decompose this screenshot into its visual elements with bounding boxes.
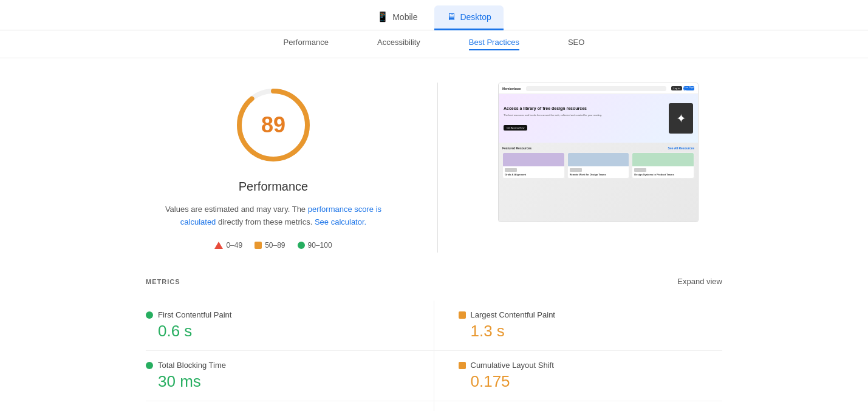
metric-lcp-name: Largest Contentful Paint (471, 310, 555, 319)
metrics-header: METRICS Expand view (146, 277, 722, 291)
metric-tbt-name: Total Blocking Time (158, 361, 226, 370)
metrics-grid: First Contentful Paint 0.6 s Largest Con… (146, 301, 722, 411)
screenshot-card-1: Grids & Alignment (502, 152, 565, 178)
legend-red-label: 0–49 (226, 241, 242, 250)
screenshot-card-2-text: Remote Work for Design Teams (570, 173, 627, 176)
screenshot-hero-btn: Get Access Now (504, 125, 527, 131)
screenshot-card-1-body: Grids & Alignment (503, 166, 564, 178)
metric-cls-dot (459, 362, 466, 369)
metric-cls-value: 0.175 (459, 372, 723, 391)
category-nav: Performance Accessibility Best Practices… (0, 30, 868, 58)
metric-cls-name-row: Cumulative Layout Shift (459, 361, 723, 370)
metric-lcp-dot (459, 311, 466, 319)
screenshot-searchbar (526, 86, 666, 91)
metric-tbt-dot (146, 362, 153, 369)
metrics-title: METRICS (146, 278, 180, 285)
screenshot-card-3-body: Design Systems in Product Teams (632, 166, 694, 178)
screenshot-hero-desc: The best resources and books from around… (504, 114, 664, 117)
metric-tbt-value: 30 ms (146, 372, 409, 391)
tab-desktop[interactable]: 🖥 Desktop (434, 5, 503, 30)
metric-fcp-name-row: First Contentful Paint (146, 310, 409, 319)
main-content: 89 Performance Values are estimated and … (0, 58, 868, 277)
metric-fcp: First Contentful Paint 0.6 s (146, 301, 434, 351)
legend-orange-icon (255, 242, 262, 249)
screenshot-cards: Grids & Alignment Remote Work for Design… (502, 152, 694, 178)
legend-orange-label: 50–89 (265, 241, 285, 250)
screenshot-logo: Memberbase (502, 87, 521, 90)
calculator-link[interactable]: See calculator. (315, 217, 366, 226)
expand-view-button[interactable]: Expand view (677, 277, 722, 286)
screenshot-section: Memberbase Log in Free Sign Up Access a … (474, 83, 722, 222)
metric-lcp-value: 1.3 s (459, 322, 723, 341)
legend-needs-improvement: 50–89 (255, 241, 285, 250)
section-divider (437, 83, 438, 253)
screenshot-card-1-logo (505, 168, 517, 172)
screenshot-hero-title: Access a library of free design resource… (504, 106, 664, 111)
screenshot-card-2: Remote Work for Design Teams (567, 152, 630, 178)
score-section: 89 Performance Values are estimated and … (146, 83, 401, 250)
score-label: Performance (239, 180, 309, 194)
metric-lcp: Largest Contentful Paint 1.3 s (434, 301, 723, 351)
screenshot-card-3-img (632, 153, 694, 166)
metric-tbt: Total Blocking Time 30 ms (146, 351, 434, 401)
legend-fail: 0–49 (214, 241, 242, 250)
screenshot-card-2-img (568, 153, 629, 166)
tab-mobile[interactable]: 📱 Mobile (364, 5, 429, 30)
metrics-section: METRICS Expand view First Contentful Pai… (0, 277, 868, 411)
screenshot-signup-btn: Free Sign Up (683, 86, 694, 90)
metric-tbt-name-row: Total Blocking Time (146, 361, 409, 370)
metric-si: Speed Index 0.9 s (146, 401, 434, 411)
legend-pass: 90–100 (298, 241, 332, 250)
screenshot-hero-image: ✦ (669, 103, 693, 134)
screenshot-nav: Memberbase Log in Free Sign Up (499, 83, 698, 94)
metric-cls: Cumulative Layout Shift 0.175 (434, 351, 723, 401)
screenshot-card-3-text: Design Systems in Product Teams (634, 173, 692, 176)
nav-accessibility[interactable]: Accessibility (377, 38, 420, 50)
mobile-icon: 📱 (377, 11, 389, 22)
tab-mobile-label: Mobile (392, 12, 417, 22)
legend-red-icon (214, 242, 223, 249)
screenshot-hero: Access a library of free design resource… (499, 94, 698, 143)
metric-fcp-name: First Contentful Paint (158, 310, 231, 319)
metric-lcp-name-row: Largest Contentful Paint (459, 310, 723, 319)
nav-seo[interactable]: SEO (568, 38, 584, 50)
screenshot-card-1-text: Grids & Alignment (505, 173, 562, 176)
metric-cls-name: Cumulative Layout Shift (471, 361, 554, 370)
screenshot-card-3: Design Systems in Product Teams (632, 152, 694, 178)
device-tabs: 📱 Mobile 🖥 Desktop (0, 0, 868, 30)
screenshot-hero-text: Access a library of free design resource… (504, 106, 664, 131)
score-description: Values are estimated and may vary. The p… (158, 203, 389, 229)
metric-fcp-value: 0.6 s (146, 322, 409, 341)
nav-best-practices[interactable]: Best Practices (469, 38, 519, 50)
legend-green-label: 90–100 (308, 241, 332, 250)
score-value: 89 (261, 112, 285, 138)
legend-green-icon (298, 242, 305, 249)
screenshot-card-2-body: Remote Work for Design Teams (568, 166, 629, 178)
screenshot-section-title: Featured Resources See All Resources (502, 146, 694, 150)
screenshot-content: Memberbase Log in Free Sign Up Access a … (499, 83, 698, 222)
screenshot-card-3-logo (634, 168, 646, 172)
screenshot-login-btn: Log in (671, 86, 682, 90)
score-legend: 0–49 50–89 90–100 (214, 241, 332, 250)
screenshot-card-1-img (503, 153, 564, 166)
nav-performance[interactable]: Performance (284, 38, 329, 50)
screenshot-card-2-logo (570, 168, 582, 172)
screenshot-body: Featured Resources See All Resources Gri… (499, 143, 698, 182)
gauge-chart: 89 (231, 83, 316, 168)
metric-fcp-dot (146, 311, 153, 319)
website-screenshot: Memberbase Log in Free Sign Up Access a … (498, 83, 699, 222)
desktop-icon: 🖥 (446, 12, 456, 22)
screenshot-buttons: Log in Free Sign Up (671, 86, 694, 90)
tab-desktop-label: Desktop (460, 12, 491, 22)
